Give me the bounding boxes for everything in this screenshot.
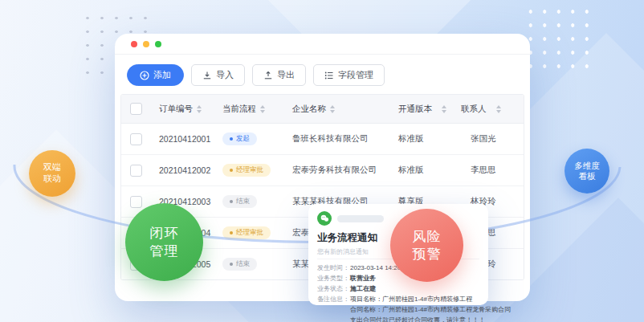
table-row[interactable]: 20210412002 经理审批 宏泰劳务科技有限公司 标准版 李思思 — [121, 155, 524, 186]
upload-icon — [263, 71, 273, 80]
sort-icon[interactable] — [496, 105, 501, 113]
table-row[interactable]: 20210412001 发起 鲁班长科技有限公司 标准版 张国光 — [121, 124, 524, 155]
feature-badge-multi-board: 多维度 看板 — [565, 149, 609, 194]
field-value: 联营业务 — [350, 273, 376, 283]
sender-placeholder — [337, 215, 384, 222]
import-button[interactable]: 导入 — [191, 64, 245, 86]
export-button-label: 导出 — [277, 69, 295, 81]
field-row: 业务状态： 施工在建 — [317, 283, 479, 294]
status-badge: 发起 — [222, 132, 257, 145]
field-value: 施工在建 — [350, 283, 376, 294]
company-cell: 宏泰劳务科技有限公司 — [284, 165, 390, 176]
table-header-row: 订单编号 当前流程 企业名称 开通版本 联系人 — [121, 95, 524, 124]
column-header-status[interactable]: 当前流程 — [214, 104, 284, 115]
export-button[interactable]: 导出 — [252, 64, 306, 86]
column-header-contact[interactable]: 联系人 — [453, 104, 524, 115]
plus-circle-icon — [140, 71, 149, 80]
dot-grid-right — [524, 5, 597, 71]
field-manage-button[interactable]: 字段管理 — [313, 64, 385, 86]
company-cell: 鲁班长科技有限公司 — [284, 133, 390, 145]
remark-line: 项目名称：广州碧桂园1-4#市内精装修工程 — [350, 294, 511, 304]
notification-fields: 发生时间： 2023-03-14 14:20 业务类型： 联营业务 业务状态： … — [317, 263, 479, 322]
add-button[interactable]: 添加 — [127, 64, 184, 86]
sort-icon[interactable] — [197, 105, 202, 113]
order-no-cell: 20210412001 — [151, 134, 214, 144]
field-label: 备注信息： — [317, 294, 350, 322]
field-value: 2023-03-14 14:20 — [350, 263, 401, 273]
field-label: 发生时间： — [317, 263, 350, 273]
remark-line: 合同名称：广州碧桂园1-4#市内精装修工程龙骨采购合同 — [350, 304, 511, 315]
sort-icon[interactable] — [330, 105, 335, 113]
add-button-label: 添加 — [153, 69, 171, 81]
status-badge: 结束 — [222, 195, 257, 208]
maximize-traffic-light-icon[interactable] — [155, 41, 161, 47]
remark-line: 支出合同付款已经超过合同收票，请注意！！！ — [350, 315, 511, 322]
version-cell: 标准版 — [390, 133, 453, 145]
window-titlebar — [115, 34, 530, 55]
sort-icon[interactable] — [260, 105, 265, 113]
hero-illustration: 添加 导入 导出 字段管理 — [0, 0, 644, 322]
toolbar: 添加 导入 导出 字段管理 — [127, 64, 530, 86]
column-header-order-no[interactable]: 订单编号 — [151, 104, 214, 115]
sort-icon[interactable] — [442, 105, 446, 113]
download-icon — [202, 71, 212, 80]
field-manage-button-label: 字段管理 — [338, 69, 373, 81]
close-traffic-light-icon[interactable] — [131, 41, 137, 47]
row-checkbox[interactable] — [130, 196, 142, 208]
row-checkbox[interactable] — [130, 165, 142, 177]
field-row-remark: 备注信息： 项目名称：广州碧桂园1-4#市内精装修工程 合同名称：广州碧桂园1-… — [317, 294, 479, 322]
column-header-version[interactable]: 开通版本 — [390, 104, 453, 115]
feature-badge-dual-link: 双端 联动 — [29, 150, 75, 197]
feature-badge-risk-alert: 风险 预警 — [390, 209, 463, 282]
column-header-company[interactable]: 企业名称 — [284, 104, 390, 115]
row-checkbox[interactable] — [130, 133, 142, 145]
contact-cell: 李思思 — [453, 165, 524, 176]
select-all-checkbox[interactable] — [130, 103, 142, 115]
version-cell: 标准版 — [390, 165, 453, 176]
contact-cell: 张国光 — [453, 133, 524, 145]
field-label: 业务状态： — [317, 283, 350, 294]
field-label: 业务类型： — [317, 273, 350, 283]
import-button-label: 导入 — [216, 69, 234, 81]
status-badge: 经理审批 — [222, 164, 271, 177]
status-badge: 经理审批 — [222, 226, 271, 239]
minimize-traffic-light-icon[interactable] — [143, 41, 149, 47]
status-badge: 结束 — [222, 258, 257, 271]
field-row: 业务类型： 联营业务 — [317, 273, 479, 283]
list-settings-icon — [324, 71, 334, 80]
wechat-icon — [317, 211, 332, 226]
feature-badge-closed-loop: 闭环 管理 — [125, 203, 203, 281]
order-no-cell: 20210412002 — [151, 165, 214, 175]
